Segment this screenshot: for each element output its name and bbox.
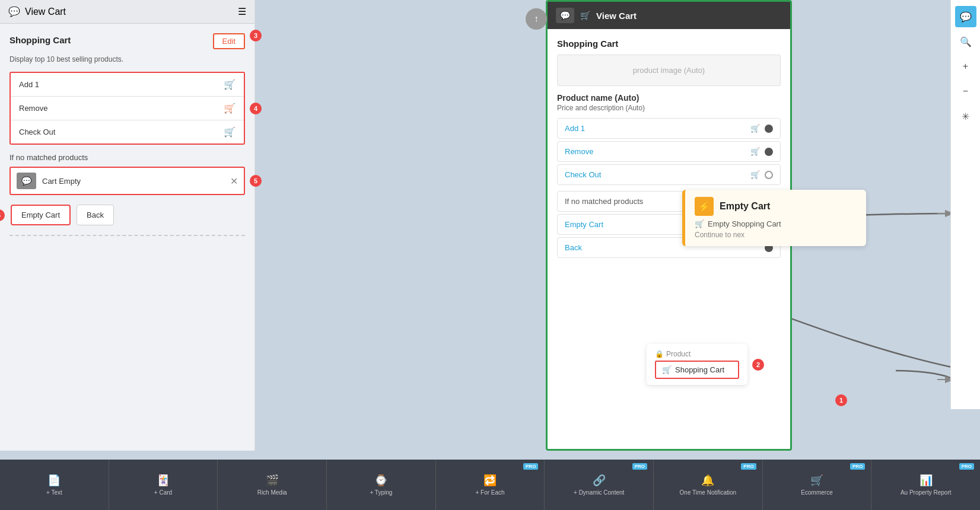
cart-empty-wrap: 💬 Cart Empty ✕ 5 [9,167,245,195]
checkout-button-item[interactable]: Check Out 🛒 [11,120,244,144]
phone-add1-toggle[interactable] [765,125,773,133]
bottom-text-item[interactable]: 📄 + Text [0,460,109,510]
phone-remove-item: Remove 🛒 [557,141,781,162]
step-4-badge: 4 [250,103,262,114]
product-image-placeholder: product image (Auto) [557,55,781,86]
bottom-card-item[interactable]: 🃏 + Card [109,460,218,510]
for-each-label: + For Each [475,489,504,496]
phone-header: 💬 🛒 View Cart [548,2,790,29]
ecommerce-label: Ecommerce [801,489,832,496]
empty-cart-sub: 🛒 Empty Shopping Cart [695,219,857,228]
back-button[interactable]: Back [77,205,114,225]
phone-button-list: Add 1 🛒 Remove 🛒 Check Out [557,118,781,185]
left-panel: 💬 View Cart ☰ Shopping Cart Edit 3 Displ… [0,0,255,451]
ecommerce-icon: 🛒 [810,474,823,487]
rich-media-label: Rich Media [257,489,287,496]
checkout-label: Check Out [19,128,55,136]
bottom-au-property-item[interactable]: PRO 📊 Au Property Report [871,460,980,510]
product-name: Product name (Auto) [557,93,781,103]
right-sidebar: 💬 🔍 + − ✳ [950,0,980,409]
sidebar-search-icon[interactable]: 🔍 [955,31,976,52]
phone-add1-item: Add 1 🛒 [557,118,781,139]
phone-empty-cart-label: Empty Cart [565,220,603,229]
shopping-cart-label: Shopping Cart [675,365,724,374]
menu-icon[interactable]: ☰ [238,6,246,17]
phone-checkout-cart-icon: 🛒 [750,170,760,179]
remove-button-item[interactable]: Remove 🛒 [11,97,244,120]
phone-no-match-label: If no matched products [565,197,643,206]
empty-cart-button[interactable]: Empty Cart [11,205,71,225]
bottom-rich-media-item[interactable]: 🎬 Rich Media [218,460,327,510]
phone-add1-label: Add 1 [565,124,585,133]
au-property-pro-badge: PRO [959,463,974,470]
panel-title: View Cart [25,7,66,17]
remove-label: Remove [19,104,47,113]
button-list-wrap: Add 1 🛒 Remove 🛒 Check Out 🛒 4 [9,72,245,145]
no-match-label: If no matched products [9,153,245,162]
empty-cart-node: ⚡ Empty Cart 🛒 Empty Shopping Cart Conti… [682,190,866,246]
section-title: Shopping Cart [9,35,71,45]
cart-empty-icon: 💬 [17,173,36,189]
cart-blue-icon: 🛒 [224,79,236,90]
dynamic-content-pro-badge: PRO [632,463,647,470]
bottom-for-each-item[interactable]: PRO 🔁 + For Each [436,460,545,510]
sidebar-chat-icon[interactable]: 💬 [955,6,976,27]
text-label: + Text [46,489,62,496]
empty-cart-header: ⚡ Empty Cart [695,197,857,216]
step-5-badge: 5 [250,175,262,187]
step-6-badge: 6 [0,209,5,221]
for-each-pro-badge: PRO [523,463,538,470]
bottom-dynamic-content-item[interactable]: PRO 🔗 + Dynamic Content [545,460,654,510]
upload-button[interactable]: ↑ [526,8,547,30]
sidebar-asterisk-icon[interactable]: ✳ [955,106,976,127]
phone-checkout-label: Check Out [565,170,601,179]
bottom-ecommerce-item[interactable]: PRO 🛒 Ecommerce [763,460,872,510]
add1-button-item[interactable]: Add 1 🛒 [11,73,244,97]
section-header-row: Shopping Cart Edit 3 [9,33,245,49]
phone-section-title: Shopping Cart [557,39,781,49]
sidebar-plus-icon[interactable]: + [955,56,976,77]
phone-title: View Cart [596,11,637,21]
phone-checkout-toggle[interactable] [765,171,773,179]
phone-remove-cart-icon: 🛒 [750,147,760,156]
edit-button[interactable]: Edit [213,33,245,49]
bottom-bar: 📄 + Text 🃏 + Card 🎬 Rich Media ⌚ + Typin… [0,460,980,510]
phone-checkout-item: Check Out 🛒 [557,164,781,185]
shopping-cart-icon-small: 🛒 [662,365,672,374]
section-description: Display top 10 best selling products. [9,55,245,63]
phone-remove-toggle[interactable] [765,148,773,156]
phone-add1-cart-icon: 🛒 [750,124,760,133]
one-time-notif-icon: 🔔 [701,474,714,487]
au-property-label: Au Property Report [901,489,952,496]
product-node: 🔒 Product 🛒 Shopping Cart 2 [647,344,747,385]
card-icon: 🃏 [157,474,170,487]
rich-media-icon: 🎬 [266,474,279,487]
canvas-area: ↑ 💬 🛒 View Cart Shopping Cart product im… [255,0,980,460]
lightning-icon: ⚡ [695,197,714,216]
bottom-one-time-notif-item[interactable]: PRO 🔔 One Time Notification [654,460,763,510]
step-1-badge: 1 [835,394,847,406]
bottom-typing-item[interactable]: ⌚ + Typing [327,460,436,510]
phone-remove-right: 🛒 [750,147,773,156]
empty-cart-sub-text: Empty Shopping Cart [708,219,781,228]
step-2-badge: 2 [752,359,764,371]
one-time-notif-pro-badge: PRO [741,463,756,470]
one-time-notif-label: One Time Notification [680,489,737,496]
chat-icon: 💬 [8,6,20,17]
add1-label: Add 1 [19,80,39,89]
left-panel-header: 💬 View Cart ☰ [0,0,254,24]
step-3-badge: 3 [250,30,262,42]
cart-red-icon: 🛒 [224,103,236,114]
cart-empty-row: 💬 Cart Empty ✕ [9,167,245,195]
sidebar-minus-icon[interactable]: − [955,81,976,102]
cart-empty-close-icon[interactable]: ✕ [230,176,238,187]
ecommerce-pro-badge: PRO [850,463,865,470]
product-node-label: 🔒 Product [655,350,739,358]
phone-add1-right: 🛒 [750,124,773,133]
card-label: + Card [154,489,172,496]
bottom-buttons: Empty Cart Back 6 [9,205,245,225]
empty-cart-sub-cart-icon: 🛒 [695,219,704,228]
au-property-icon: 📊 [919,474,933,487]
cart-empty-text: Cart Empty [42,177,224,186]
price-desc: Price and description (Auto) [557,104,781,112]
